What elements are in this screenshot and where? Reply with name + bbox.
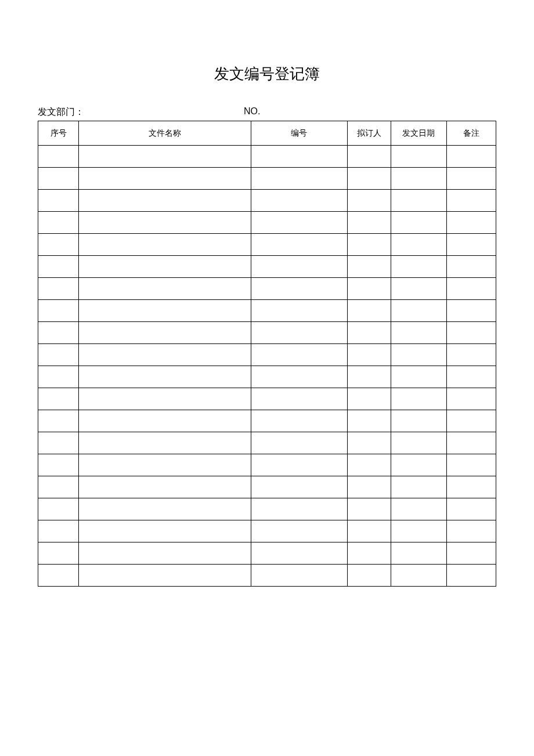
- cell-seq: [38, 410, 79, 432]
- cell-docnum: [251, 234, 347, 256]
- cell-date: [391, 322, 446, 344]
- cell-date: [391, 234, 446, 256]
- cell-remark: [446, 234, 496, 256]
- cell-filename: [79, 278, 251, 300]
- cell-filename: [79, 234, 251, 256]
- cell-date: [391, 212, 446, 234]
- cell-drafter: [347, 410, 391, 432]
- cell-remark: [446, 146, 496, 168]
- cell-drafter: [347, 344, 391, 366]
- cell-remark: [446, 278, 496, 300]
- cell-filename: [79, 432, 251, 454]
- table-row: [38, 542, 496, 565]
- table-row: [38, 565, 496, 587]
- table-row: [38, 256, 496, 278]
- register-table: 序号 文件名称 编号 拟订人 发文日期 备注: [38, 121, 496, 587]
- cell-remark: [446, 542, 496, 565]
- cell-docnum: [251, 212, 347, 234]
- cell-docnum: [251, 388, 347, 410]
- cell-seq: [38, 366, 79, 388]
- cell-drafter: [347, 278, 391, 300]
- cell-drafter: [347, 146, 391, 168]
- cell-seq: [38, 278, 79, 300]
- table-row: [38, 234, 496, 256]
- meta-row: 发文部门： NO.: [38, 106, 496, 118]
- cell-remark: [446, 322, 496, 344]
- cell-date: [391, 278, 446, 300]
- cell-filename: [79, 410, 251, 432]
- cell-docnum: [251, 454, 347, 476]
- cell-docnum: [251, 278, 347, 300]
- page: 发文编号登记簿 发文部门： NO. 序号 文件名称 编号 拟订人 发文日期 备注: [0, 0, 534, 587]
- cell-seq: [38, 146, 79, 168]
- cell-drafter: [347, 168, 391, 190]
- header-date: 发文日期: [391, 121, 446, 146]
- cell-docnum: [251, 190, 347, 212]
- cell-drafter: [347, 234, 391, 256]
- table-row: [38, 476, 496, 498]
- table-row: [38, 344, 496, 366]
- cell-docnum: [251, 322, 347, 344]
- cell-docnum: [251, 410, 347, 432]
- cell-drafter: [347, 322, 391, 344]
- cell-remark: [446, 190, 496, 212]
- cell-remark: [446, 432, 496, 454]
- cell-seq: [38, 388, 79, 410]
- table-row: [38, 388, 496, 410]
- table-row: [38, 190, 496, 212]
- cell-remark: [446, 410, 496, 432]
- cell-date: [391, 256, 446, 278]
- cell-drafter: [347, 520, 391, 542]
- cell-remark: [446, 212, 496, 234]
- cell-seq: [38, 498, 79, 520]
- cell-date: [391, 366, 446, 388]
- cell-drafter: [347, 565, 391, 587]
- cell-drafter: [347, 388, 391, 410]
- cell-remark: [446, 366, 496, 388]
- cell-drafter: [347, 498, 391, 520]
- cell-seq: [38, 190, 79, 212]
- cell-seq: [38, 476, 79, 498]
- header-filename: 文件名称: [79, 121, 251, 146]
- cell-drafter: [347, 454, 391, 476]
- cell-docnum: [251, 366, 347, 388]
- table-row: [38, 520, 496, 542]
- cell-remark: [446, 168, 496, 190]
- cell-date: [391, 432, 446, 454]
- cell-seq: [38, 234, 79, 256]
- cell-docnum: [251, 432, 347, 454]
- cell-docnum: [251, 168, 347, 190]
- table-row: [38, 278, 496, 300]
- cell-seq: [38, 256, 79, 278]
- cell-date: [391, 454, 446, 476]
- cell-filename: [79, 520, 251, 542]
- cell-date: [391, 168, 446, 190]
- header-seq: 序号: [38, 121, 79, 146]
- cell-drafter: [347, 432, 391, 454]
- cell-remark: [446, 256, 496, 278]
- cell-date: [391, 410, 446, 432]
- table-body: [38, 146, 496, 587]
- header-docnum: 编号: [251, 121, 347, 146]
- cell-remark: [446, 344, 496, 366]
- cell-filename: [79, 168, 251, 190]
- table-row: [38, 146, 496, 168]
- cell-drafter: [347, 542, 391, 565]
- cell-date: [391, 498, 446, 520]
- table-row: [38, 498, 496, 520]
- no-label: NO.: [244, 106, 496, 118]
- header-remark: 备注: [446, 121, 496, 146]
- cell-date: [391, 388, 446, 410]
- cell-filename: [79, 454, 251, 476]
- cell-docnum: [251, 565, 347, 587]
- table-row: [38, 322, 496, 344]
- cell-remark: [446, 388, 496, 410]
- cell-date: [391, 476, 446, 498]
- table-row: [38, 410, 496, 432]
- cell-seq: [38, 565, 79, 587]
- cell-filename: [79, 498, 251, 520]
- document-title: 发文编号登记簿: [38, 64, 496, 84]
- cell-filename: [79, 542, 251, 565]
- cell-filename: [79, 388, 251, 410]
- cell-seq: [38, 454, 79, 476]
